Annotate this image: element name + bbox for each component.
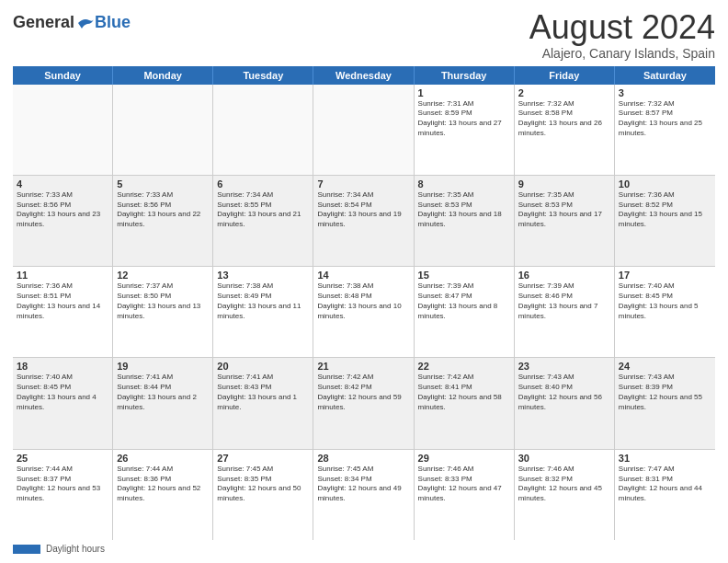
cell-info: Sunrise: 7:41 AM Sunset: 8:44 PM Dayligh… <box>117 373 209 412</box>
cell-info: Sunrise: 7:40 AM Sunset: 8:45 PM Dayligh… <box>619 282 711 321</box>
cell-info: Sunrise: 7:36 AM Sunset: 8:52 PM Dayligh… <box>619 190 711 230</box>
calendar-week-2: 4Sunrise: 7:33 AM Sunset: 8:56 PM Daylig… <box>13 176 715 267</box>
cell-info: Sunrise: 7:44 AM Sunset: 8:37 PM Dayligh… <box>17 465 108 504</box>
calendar-week-3: 11Sunrise: 7:36 AM Sunset: 8:51 PM Dayli… <box>13 267 715 358</box>
calendar-cell: 27Sunrise: 7:45 AM Sunset: 8:35 PM Dayli… <box>213 450 313 540</box>
day-number: 16 <box>518 270 610 281</box>
title-block: August 2024 Alajero, Canary Islands, Spa… <box>529 9 715 61</box>
day-number: 7 <box>317 178 409 190</box>
calendar: Sunday Monday Tuesday Wednesday Thursday… <box>13 66 715 540</box>
cell-info: Sunrise: 7:33 AM Sunset: 8:56 PM Dayligh… <box>17 190 108 230</box>
calendar-cell: 29Sunrise: 7:46 AM Sunset: 8:33 PM Dayli… <box>415 450 515 540</box>
calendar-cell: 11Sunrise: 7:36 AM Sunset: 8:51 PM Dayli… <box>13 267 113 357</box>
cell-info: Sunrise: 7:39 AM Sunset: 8:46 PM Dayligh… <box>518 282 610 321</box>
calendar-cell: 31Sunrise: 7:47 AM Sunset: 8:31 PM Dayli… <box>615 450 715 540</box>
calendar-cell: 3Sunrise: 7:32 AM Sunset: 8:57 PM Daylig… <box>615 85 715 175</box>
day-number: 19 <box>117 361 209 372</box>
calendar-week-5: 25Sunrise: 7:44 AM Sunset: 8:37 PM Dayli… <box>13 450 715 540</box>
daylight-legend-bar <box>13 545 40 554</box>
calendar-cell: 21Sunrise: 7:42 AM Sunset: 8:42 PM Dayli… <box>313 358 414 448</box>
logo-blue: Blue <box>95 13 131 32</box>
header-tuesday: Tuesday <box>213 66 313 85</box>
calendar-cell: 25Sunrise: 7:44 AM Sunset: 8:37 PM Dayli… <box>13 450 113 540</box>
header-friday: Friday <box>515 66 615 85</box>
header: General Blue August 2024 Alajero, Canary… <box>13 9 715 61</box>
day-number: 1 <box>418 87 510 98</box>
cell-info: Sunrise: 7:32 AM Sunset: 8:58 PM Dayligh… <box>518 99 610 139</box>
calendar-cell: 20Sunrise: 7:41 AM Sunset: 8:43 PM Dayli… <box>213 358 313 448</box>
cell-info: Sunrise: 7:43 AM Sunset: 8:40 PM Dayligh… <box>518 373 610 412</box>
day-number: 25 <box>17 453 108 464</box>
day-number: 29 <box>418 453 510 464</box>
day-number: 2 <box>518 87 610 98</box>
cell-info: Sunrise: 7:33 AM Sunset: 8:56 PM Dayligh… <box>117 190 209 230</box>
calendar-week-4: 18Sunrise: 7:40 AM Sunset: 8:45 PM Dayli… <box>13 358 715 449</box>
calendar-cell <box>113 85 213 175</box>
calendar-cell: 2Sunrise: 7:32 AM Sunset: 8:58 PM Daylig… <box>515 85 615 175</box>
cell-info: Sunrise: 7:46 AM Sunset: 8:32 PM Dayligh… <box>518 465 610 504</box>
day-number: 20 <box>217 361 309 372</box>
calendar-cell: 18Sunrise: 7:40 AM Sunset: 8:45 PM Dayli… <box>13 358 113 448</box>
day-number: 6 <box>217 178 309 190</box>
cell-info: Sunrise: 7:34 AM Sunset: 8:54 PM Dayligh… <box>317 190 409 230</box>
cell-info: Sunrise: 7:45 AM Sunset: 8:35 PM Dayligh… <box>217 465 309 504</box>
calendar-cell: 15Sunrise: 7:39 AM Sunset: 8:47 PM Dayli… <box>415 267 515 357</box>
calendar-cell <box>213 85 313 175</box>
cell-info: Sunrise: 7:41 AM Sunset: 8:43 PM Dayligh… <box>217 373 309 412</box>
header-thursday: Thursday <box>415 66 515 85</box>
cell-info: Sunrise: 7:31 AM Sunset: 8:59 PM Dayligh… <box>418 99 510 139</box>
calendar-cell: 6Sunrise: 7:34 AM Sunset: 8:55 PM Daylig… <box>213 176 313 266</box>
day-number: 11 <box>17 270 108 281</box>
cell-info: Sunrise: 7:42 AM Sunset: 8:41 PM Dayligh… <box>418 373 510 412</box>
day-number: 9 <box>518 178 610 190</box>
day-number: 18 <box>17 361 108 372</box>
calendar-cell: 4Sunrise: 7:33 AM Sunset: 8:56 PM Daylig… <box>13 176 113 266</box>
cell-info: Sunrise: 7:38 AM Sunset: 8:48 PM Dayligh… <box>317 282 409 321</box>
calendar-cell <box>13 85 113 175</box>
calendar-cell: 13Sunrise: 7:38 AM Sunset: 8:49 PM Dayli… <box>213 267 313 357</box>
day-number: 17 <box>619 270 711 281</box>
cell-info: Sunrise: 7:36 AM Sunset: 8:51 PM Dayligh… <box>17 282 108 321</box>
calendar-cell: 5Sunrise: 7:33 AM Sunset: 8:56 PM Daylig… <box>113 176 213 266</box>
day-number: 22 <box>418 361 510 372</box>
day-number: 13 <box>217 270 309 281</box>
cell-info: Sunrise: 7:47 AM Sunset: 8:31 PM Dayligh… <box>619 465 711 504</box>
cell-info: Sunrise: 7:34 AM Sunset: 8:55 PM Dayligh… <box>217 190 309 230</box>
footer: Daylight hours <box>13 544 715 554</box>
cell-info: Sunrise: 7:44 AM Sunset: 8:36 PM Dayligh… <box>117 465 209 504</box>
day-number: 8 <box>418 178 510 190</box>
day-number: 28 <box>317 453 409 464</box>
calendar-cell: 8Sunrise: 7:35 AM Sunset: 8:53 PM Daylig… <box>415 176 515 266</box>
header-wednesday: Wednesday <box>313 66 414 85</box>
calendar-cell: 28Sunrise: 7:45 AM Sunset: 8:34 PM Dayli… <box>313 450 414 540</box>
cell-info: Sunrise: 7:38 AM Sunset: 8:49 PM Dayligh… <box>217 282 309 321</box>
calendar-cell: 23Sunrise: 7:43 AM Sunset: 8:40 PM Dayli… <box>515 358 615 448</box>
title-location: Alajero, Canary Islands, Spain <box>529 46 715 61</box>
logo-bird-icon <box>76 16 95 30</box>
calendar-cell: 17Sunrise: 7:40 AM Sunset: 8:45 PM Dayli… <box>615 267 715 357</box>
cell-info: Sunrise: 7:45 AM Sunset: 8:34 PM Dayligh… <box>317 465 409 504</box>
day-number: 31 <box>619 453 711 464</box>
cell-info: Sunrise: 7:35 AM Sunset: 8:53 PM Dayligh… <box>518 190 610 230</box>
calendar-cell: 12Sunrise: 7:37 AM Sunset: 8:50 PM Dayli… <box>113 267 213 357</box>
day-number: 30 <box>518 453 610 464</box>
day-number: 24 <box>619 361 711 372</box>
calendar-cell: 9Sunrise: 7:35 AM Sunset: 8:53 PM Daylig… <box>515 176 615 266</box>
day-number: 3 <box>619 87 711 98</box>
cell-info: Sunrise: 7:32 AM Sunset: 8:57 PM Dayligh… <box>619 99 711 139</box>
day-number: 15 <box>418 270 510 281</box>
day-number: 26 <box>117 453 209 464</box>
cell-info: Sunrise: 7:46 AM Sunset: 8:33 PM Dayligh… <box>418 465 510 504</box>
page: General Blue August 2024 Alajero, Canary… <box>0 0 728 563</box>
cell-info: Sunrise: 7:37 AM Sunset: 8:50 PM Dayligh… <box>117 282 209 321</box>
calendar-cell: 16Sunrise: 7:39 AM Sunset: 8:46 PM Dayli… <box>515 267 615 357</box>
header-saturday: Saturday <box>615 66 715 85</box>
day-number: 21 <box>317 361 409 372</box>
day-number: 23 <box>518 361 610 372</box>
cell-info: Sunrise: 7:35 AM Sunset: 8:53 PM Dayligh… <box>418 190 510 230</box>
calendar-header: Sunday Monday Tuesday Wednesday Thursday… <box>13 66 715 85</box>
calendar-cell: 14Sunrise: 7:38 AM Sunset: 8:48 PM Dayli… <box>313 267 414 357</box>
day-number: 27 <box>217 453 309 464</box>
header-monday: Monday <box>113 66 213 85</box>
cell-info: Sunrise: 7:43 AM Sunset: 8:39 PM Dayligh… <box>619 373 711 412</box>
